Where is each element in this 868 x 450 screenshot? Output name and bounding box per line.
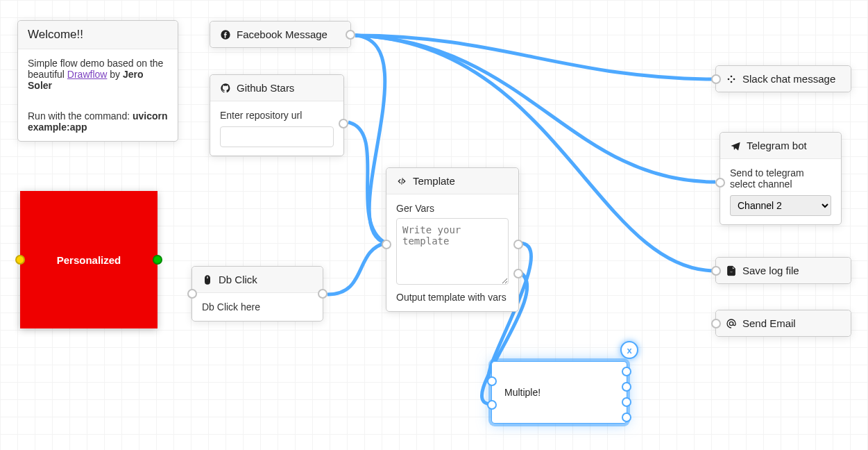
- drawflow-link[interactable]: Drawflow: [67, 69, 108, 80]
- personalized-label: Personalized: [57, 254, 121, 266]
- delete-node-button[interactable]: x: [620, 341, 638, 359]
- flow-canvas[interactable]: Welcome!! Simple flow demo based on the …: [0, 0, 868, 450]
- multiple-output-port-2[interactable]: [622, 382, 631, 392]
- email-node[interactable]: Send Email: [715, 310, 851, 337]
- personalized-input-port[interactable]: [15, 255, 25, 265]
- slack-node[interactable]: Slack chat message: [715, 65, 851, 92]
- facebook-node[interactable]: Facebook Message: [210, 21, 351, 48]
- template-input-port[interactable]: [382, 240, 391, 249]
- template-vars-label: Ger Vars: [396, 203, 509, 214]
- multiple-label: Multiple!: [504, 387, 541, 398]
- welcome-body: Simple flow demo based on the beautiful …: [18, 49, 178, 141]
- template-output-port-2[interactable]: [513, 269, 523, 278]
- dbclick-node[interactable]: Db Click Db Click here: [192, 266, 323, 322]
- email-input-port[interactable]: [711, 319, 721, 328]
- welcome-text-mid: by: [107, 69, 123, 80]
- telegram-desc2: select channel: [730, 178, 831, 190]
- svg-rect-1: [731, 75, 733, 77]
- github-title: Github Stars: [237, 82, 294, 94]
- log-node[interactable]: Save log file: [715, 257, 851, 284]
- slack-title: Slack chat message: [742, 73, 835, 85]
- multiple-input-port-1[interactable]: [487, 376, 497, 386]
- dbclick-body: Db Click here: [192, 293, 323, 321]
- log-title: Save log file: [742, 265, 799, 276]
- welcome-run-prefix: Run with the command:: [28, 110, 133, 122]
- code-icon: [396, 176, 407, 187]
- template-textarea[interactable]: [396, 218, 509, 285]
- template-footer: Output template with vars: [396, 292, 509, 303]
- dbclick-input-port[interactable]: [187, 289, 197, 299]
- multiple-output-port-4[interactable]: [622, 412, 631, 422]
- personalized-node[interactable]: Personalized: [20, 191, 158, 328]
- svg-rect-3: [731, 81, 733, 83]
- facebook-output-port[interactable]: [346, 30, 355, 40]
- multiple-node[interactable]: Multiple!: [491, 361, 627, 424]
- template-title: Template: [413, 175, 455, 187]
- welcome-card: Welcome!! Simple flow demo based on the …: [17, 20, 178, 142]
- log-input-port[interactable]: [711, 266, 721, 276]
- github-node[interactable]: Github Stars Enter repository url: [210, 74, 344, 156]
- telegram-channel-select[interactable]: Channel 1Channel 2Channel 3: [730, 195, 831, 216]
- github-input-label: Enter repository url: [220, 110, 334, 121]
- personalized-output-port[interactable]: [153, 255, 162, 265]
- save-file-icon: [726, 265, 737, 276]
- telegram-icon: [730, 140, 741, 151]
- dbclick-title: Db Click: [219, 274, 257, 285]
- facebook-title: Facebook Message: [237, 28, 327, 40]
- svg-rect-2: [733, 78, 735, 80]
- telegram-desc1: Send to telegram: [730, 167, 831, 178]
- multiple-output-port-1[interactable]: [622, 367, 631, 376]
- github-output-port[interactable]: [339, 119, 348, 128]
- multiple-input-port-2[interactable]: [487, 400, 497, 410]
- email-title: Send Email: [742, 317, 796, 329]
- github-url-input[interactable]: [220, 126, 334, 147]
- github-icon: [220, 83, 231, 94]
- template-node[interactable]: Template Ger Vars Output template with v…: [386, 167, 519, 312]
- facebook-icon: [220, 29, 231, 40]
- welcome-title: Welcome!!: [18, 21, 178, 49]
- dbclick-output-port[interactable]: [318, 289, 327, 299]
- multiple-output-port-3[interactable]: [622, 397, 631, 407]
- slack-icon: [726, 74, 737, 85]
- slack-input-port[interactable]: [711, 74, 721, 84]
- telegram-input-port[interactable]: [715, 178, 725, 188]
- telegram-title: Telegram bot: [747, 140, 807, 151]
- svg-rect-0: [728, 78, 730, 80]
- telegram-node[interactable]: Telegram bot Send to telegram select cha…: [720, 132, 842, 225]
- mouse-icon: [202, 274, 213, 285]
- template-output-port-1[interactable]: [513, 240, 523, 249]
- at-icon: [726, 318, 737, 329]
